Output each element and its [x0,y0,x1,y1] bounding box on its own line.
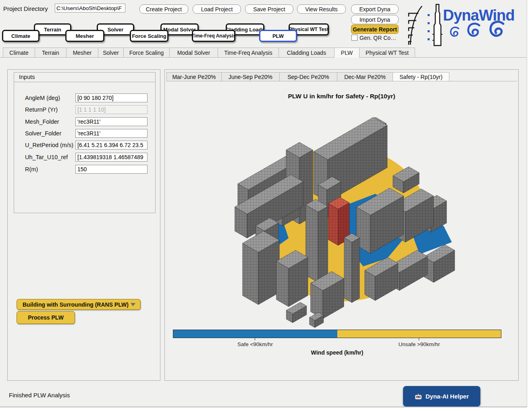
colorbar-unsafe-segment [337,330,501,338]
dyna-ai-helper-button[interactable]: Dyna-AI Helper [403,386,480,407]
solver-folder-input[interactable] [75,129,148,138]
inputs-groupbox: Inputs AngleM (deg) ReturnP (Yr) Mesh_Fo… [14,72,156,213]
subtab-safety[interactable]: Safety - Rp(10yr) [393,72,449,81]
tower-icon [432,4,443,46]
export-dyna-button[interactable]: Export Dyna [351,4,399,14]
colorbar-axis-label: Wind speed (km/hr) [173,349,501,356]
wind-profile-icon [409,6,422,45]
anglem-input[interactable] [75,93,148,102]
dotted-line-icon [428,14,430,40]
wizard-climate-button[interactable]: Climate [2,30,39,42]
chevron-down-icon [131,303,135,306]
load-project-button[interactable]: Load Project [193,4,241,14]
gen-qr-checkbox-label: Gen. QR Co… [360,35,396,41]
anglem-label: AngleM (deg) [25,95,60,101]
main-tabstrip: Climate Terrain Mesher Solver Force Scal… [3,48,415,58]
wind-speed-colorbar [173,330,501,338]
tab-force-scaling[interactable]: Force Scaling [124,48,170,58]
tab-modal-solver[interactable]: Modal Solver [170,48,218,58]
process-plw-button[interactable]: Process PLW [17,311,75,324]
generate-report-button[interactable]: Generate Report [351,25,399,34]
project-directory-label: Project Directory [3,5,48,12]
robot-icon [415,394,422,399]
gen-qr-checkbox[interactable] [351,35,357,41]
import-dyna-button[interactable]: Import Dyna [351,15,399,24]
dynawind-logo: DynaWind [405,2,527,46]
tab-climate[interactable]: Climate [3,48,35,58]
uretperiod-label: U_RetPeriod (m/s) [25,142,73,148]
colorbar-tick-safe [255,338,255,340]
results-subtabs: Mar-June Pe20% June-Sep Pe20% Sep-Dec Pe… [166,72,449,81]
create-project-button[interactable]: Create Project [139,4,188,14]
subtab-mar-june[interactable]: Mar-June Pe20% [166,72,222,81]
safe-label: Safe <90km/hr [215,341,295,347]
radius-label: R(m) [25,166,38,172]
colorbar-safe-segment [173,330,337,338]
uhtar-input[interactable] [75,153,148,162]
view-results-button[interactable]: View Results [297,4,346,14]
subtab-june-sep[interactable]: June-Sep Pe20% [222,72,280,81]
plw-mode-dropdown-label: Building with Surrounding (RANS PLW) [23,301,129,308]
returnp-input [75,105,148,114]
wizard-plw-button[interactable]: PLW [259,30,297,42]
tab-physical-wt-test[interactable]: Physical WT Test [360,48,415,58]
returnp-label: ReturnP (Yr) [25,106,58,113]
project-directory-input[interactable] [55,4,125,12]
tab-plw[interactable]: PLW [335,48,360,58]
tab-time-freq-analysis[interactable]: Time-Freq Analysis [218,48,279,58]
logo-text: DynaWind [443,7,514,24]
mesh-folder-label: Mesh_Folder [25,118,59,125]
wizard-mesher-button[interactable]: Mesher [65,30,104,42]
subtab-dec-mar[interactable]: Dec-Mar Pe20% [337,72,393,81]
results-panel: Mar-June Pe20% June-Sep Pe20% Sep-Dec Pe… [164,69,519,381]
colorbar-tick-unsafe [419,338,419,340]
radius-input[interactable] [75,165,148,174]
wizard-time-freq-button[interactable]: Time-Freq Analysis [192,30,235,42]
mesh-folder-input[interactable] [75,117,148,126]
tab-mesher[interactable]: Mesher [66,48,98,58]
wind-swirl-icons [451,22,503,36]
left-panel: Inputs AngleM (deg) ReturnP (Yr) Mesh_Fo… [7,69,160,381]
city-3d-view [166,81,518,335]
dyna-ai-helper-label: Dyna-AI Helper [426,393,469,400]
dynawind-window: Project Directory Create Project Load Pr… [0,0,527,407]
status-text: Finished PLW Analysis [9,392,70,399]
inputs-title: Inputs [14,73,155,82]
tab-terrain[interactable]: Terrain [35,48,66,58]
solver-folder-label: Solver_Folder [25,130,61,137]
save-project-button[interactable]: Save Project [245,4,293,14]
tab-solver[interactable]: Solver [98,48,124,58]
plw-mode-dropdown[interactable]: Building with Surrounding (RANS PLW) [17,299,141,310]
tab-cladding-loads[interactable]: Cladding Loads [279,48,335,58]
wizard-force-scaling-button[interactable]: Force Scaling [130,30,168,42]
uhtar-label: Uh_Tar_U10_ref [25,154,68,160]
subtab-sep-dec[interactable]: Sep-Dec Pe20% [280,72,337,81]
unsafe-label: Unsafe >90km/hr [379,341,459,347]
uretperiod-input[interactable] [75,141,148,149]
